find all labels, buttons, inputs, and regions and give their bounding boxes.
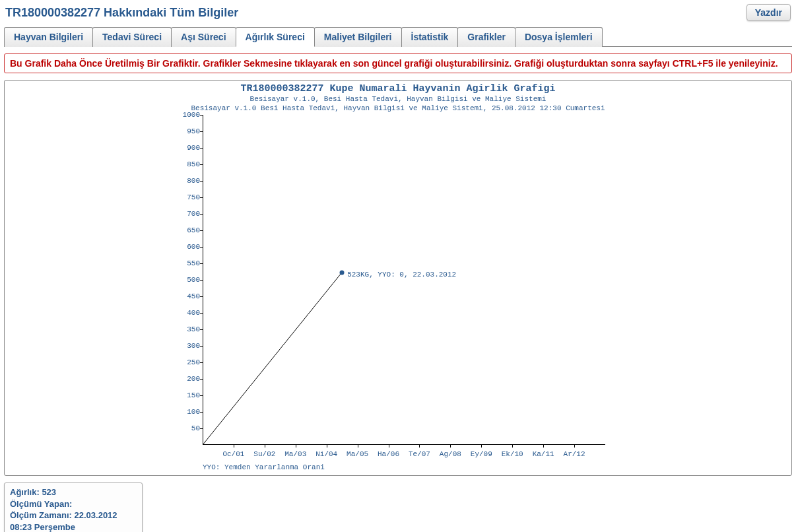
plot-area — [203, 115, 605, 445]
y-axis-label: 500 — [176, 276, 200, 284]
y-axis-label: 800 — [176, 177, 200, 185]
chart-subtitle-2: Besisayar v.1.0 Besi Hasta Tedavi, Hayva… — [5, 104, 791, 113]
chart-data-point — [340, 270, 345, 275]
y-axis-label: 50 — [176, 424, 200, 432]
y-axis-label: 150 — [176, 391, 200, 399]
chart-data-label: 523KG, YYO: 0, 22.03.2012 — [347, 271, 456, 279]
x-axis-label: Oc/01 — [222, 450, 244, 458]
tab-asi-sureci[interactable]: Aşı Süreci — [171, 27, 236, 47]
tab-istatistik[interactable]: İstatistik — [401, 27, 459, 47]
y-axis-label: 400 — [176, 309, 200, 317]
y-axis-label: 200 — [176, 375, 200, 383]
tab-hayvan-bilgileri[interactable]: Hayvan Bilgileri — [4, 27, 93, 47]
x-axis-label: Ek/10 — [502, 450, 523, 458]
tab-agirlik-sureci[interactable]: Ağırlık Süreci — [236, 27, 315, 47]
x-axis-label: Ma/03 — [284, 450, 306, 458]
y-axis-label: 350 — [176, 325, 200, 333]
x-axis-label: Ni/04 — [315, 450, 337, 458]
y-axis-label: 300 — [176, 342, 200, 350]
y-axis-label: 650 — [176, 226, 200, 234]
x-axis-label: Ag/08 — [440, 450, 461, 458]
y-axis-label: 100 — [176, 408, 200, 416]
y-axis-label: 450 — [176, 292, 200, 300]
tab-tedavi-sureci[interactable]: Tedavi Süreci — [92, 27, 172, 47]
y-axis-label: 550 — [176, 259, 200, 267]
info-time: Ölçüm Zamanı: 22.03.2012 08:23 Perşembe — [10, 510, 137, 532]
x-axis-label: Ha/06 — [378, 450, 399, 458]
measurement-info-box: Ağırlık: 523 Ölçümü Yapan: Ölçüm Zamanı:… — [4, 482, 143, 532]
y-axis-label: 750 — [176, 193, 200, 201]
y-axis-label: 850 — [176, 160, 200, 168]
y-axis-label: 700 — [176, 210, 200, 218]
chart-title: TR180000382277 Kupe Numarali Hayvanin Ag… — [5, 83, 791, 94]
x-axis-label: Ka/11 — [533, 450, 554, 458]
x-axis-label: Su/02 — [253, 450, 275, 458]
tab-dosya-islemleri[interactable]: Dosya İşlemleri — [515, 27, 603, 47]
tab-grafikler[interactable]: Grafikler — [457, 27, 515, 47]
info-weight: Ağırlık: 523 — [10, 486, 137, 498]
chart-footnote: YYO: Yemden Yararlanma Orani — [203, 463, 325, 471]
y-axis-label: 1000 — [176, 111, 200, 119]
x-axis-label: Ar/12 — [564, 450, 585, 458]
stale-chart-warning: Bu Grafik Daha Önce Üretilmiş Bir Grafik… — [4, 53, 792, 73]
info-measurer: Ölçümü Yapan: — [10, 498, 137, 510]
x-axis-label: Te/07 — [409, 450, 430, 458]
y-axis-label: 900 — [176, 144, 200, 152]
page-title: TR180000382277 Hakkındaki Tüm Bilgiler — [5, 6, 238, 20]
x-axis-label: Ey/09 — [471, 450, 492, 458]
tab-maliyet-bilgileri[interactable]: Maliyet Bilgileri — [314, 27, 402, 47]
weight-chart-panel: TR180000382277 Kupe Numarali Hayvanin Ag… — [4, 80, 792, 476]
print-button[interactable]: Yazdır — [746, 4, 791, 21]
y-axis-label: 950 — [176, 127, 200, 135]
tabs-bar: Hayvan BilgileriTedavi SüreciAşı SüreciA… — [4, 26, 792, 47]
chart-subtitle-1: Besisayar v.1.0, Besi Hasta Tedavi, Hayv… — [5, 94, 791, 104]
y-axis-label: 250 — [176, 358, 200, 366]
y-axis-label: 600 — [176, 243, 200, 251]
x-axis-label: Ma/05 — [347, 450, 368, 458]
